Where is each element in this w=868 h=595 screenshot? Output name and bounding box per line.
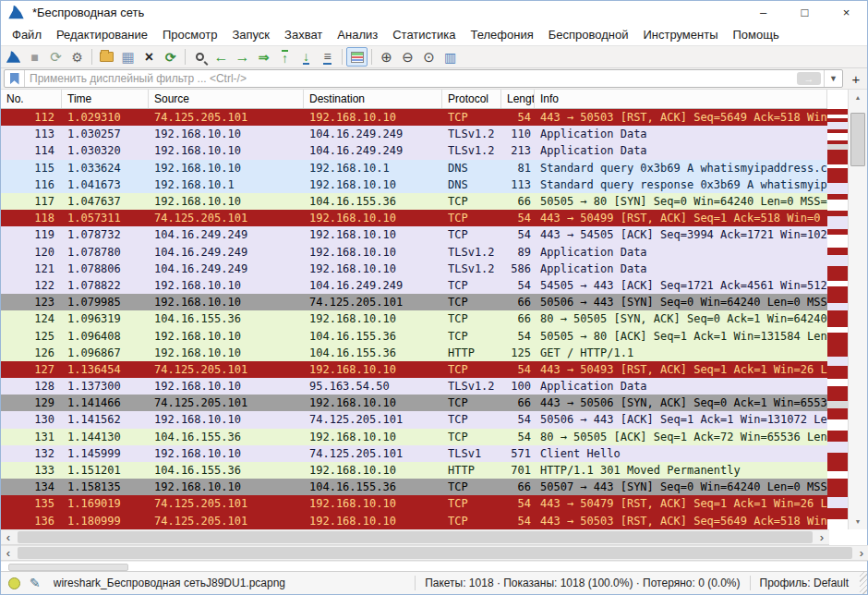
filter-dropdown-caret[interactable]: ▼ xyxy=(824,70,842,87)
menu-item-0[interactable]: Файл xyxy=(5,25,49,44)
menu-item-1[interactable]: Редактирование xyxy=(49,25,155,44)
vertical-scroll-thumb[interactable] xyxy=(850,113,865,166)
scroll-right-arrow-icon[interactable]: › xyxy=(854,546,868,560)
menu-item-9[interactable]: Инструменты xyxy=(635,25,725,44)
packet-row[interactable]: 1341.158135192.168.10.10104.16.155.36TCP… xyxy=(1,479,827,495)
close-file-icon[interactable]: × xyxy=(139,47,160,67)
close-button[interactable]: × xyxy=(826,1,867,23)
menu-item-10[interactable]: Помощь xyxy=(726,25,787,44)
scroll-left-arrow-icon[interactable]: ‹ xyxy=(1,530,16,544)
packet-row[interactable]: 1261.096867192.168.10.10104.16.155.36HTT… xyxy=(1,345,827,361)
vertical-scroll-track[interactable] xyxy=(849,105,867,514)
menu-item-4[interactable]: Захват xyxy=(277,25,330,44)
minimap-stripes[interactable] xyxy=(827,109,848,529)
zoom-original-icon[interactable]: ⊙ xyxy=(418,47,440,67)
capture-options-icon[interactable]: ⚙ xyxy=(66,47,88,67)
cell-dst: 192.168.10.10 xyxy=(304,312,442,325)
menu-item-8[interactable]: Беспроводной xyxy=(541,25,636,44)
autoscroll-icon[interactable]: ≡ xyxy=(317,47,338,67)
minimize-button[interactable]: – xyxy=(742,1,784,23)
zoom-out-icon[interactable]: ⊖ xyxy=(397,47,418,67)
menu-item-2[interactable]: Просмотр xyxy=(155,25,224,44)
column-header-no[interactable]: No. xyxy=(1,90,62,108)
colorize-icon[interactable] xyxy=(346,47,368,67)
scroll-right-arrow-icon[interactable]: › xyxy=(814,530,829,544)
save-file-icon[interactable]: ▦ xyxy=(117,47,139,67)
packet-row[interactable]: 1181.05731174.125.205.101192.168.10.10TC… xyxy=(1,210,827,226)
column-header-info[interactable]: Info xyxy=(535,90,827,108)
find-packet-icon[interactable] xyxy=(189,47,211,67)
vertical-scrollbar[interactable]: ▲ ▼ xyxy=(848,90,867,529)
column-header-length[interactable]: Length xyxy=(501,90,535,108)
packet-row[interactable]: 1201.078780104.16.249.249192.168.10.10TL… xyxy=(1,244,827,261)
open-file-icon[interactable] xyxy=(96,47,117,67)
intelligent-scrollbar[interactable] xyxy=(827,90,848,529)
expert-info-icon[interactable] xyxy=(8,577,20,589)
close-file-icon-glyph: × xyxy=(145,50,153,65)
zoom-in-icon[interactable]: ⊕ xyxy=(376,47,397,67)
scroll-down-arrow-icon[interactable]: ▼ xyxy=(849,514,867,529)
open-file-icon-shape xyxy=(100,52,114,62)
start-capture-icon[interactable] xyxy=(3,47,24,67)
menu-item-3[interactable]: Запуск xyxy=(224,25,277,44)
filter-add-button[interactable]: + xyxy=(848,71,864,87)
packet-row[interactable]: 1301.141562192.168.10.1074.125.205.101TC… xyxy=(1,411,827,428)
cell-info: Standard query 0x3b69 A whatismyipaddres… xyxy=(535,162,827,175)
packet-row[interactable]: 1241.096319104.16.155.36192.168.10.10TCP… xyxy=(1,310,827,327)
packet-row[interactable]: 1311.144130104.16.155.36192.168.10.10TCP… xyxy=(1,429,827,445)
filter-apply-button[interactable]: → xyxy=(797,72,821,85)
packet-row[interactable]: 1161.041673192.168.10.1192.168.10.10DNS1… xyxy=(1,176,827,193)
packet-row[interactable]: 1321.145999192.168.10.1074.125.205.101TL… xyxy=(1,445,827,462)
packet-row[interactable]: 1221.078822192.168.10.10104.16.249.249TC… xyxy=(1,277,827,294)
packet-row[interactable]: 1211.078806104.16.249.249192.168.10.10TL… xyxy=(1,261,827,277)
packet-row[interactable]: 1271.13645474.125.205.101192.168.10.10TC… xyxy=(1,361,827,378)
go-bottom-icon[interactable]: ↓ xyxy=(295,47,317,67)
display-filter-input[interactable]: Применить дисплейный фильтр ... <Ctrl-/>… xyxy=(4,69,843,88)
packet-row[interactable]: 1231.079985192.168.10.1074.125.205.101TC… xyxy=(1,294,827,310)
column-header-time[interactable]: Time xyxy=(62,90,149,108)
column-header-source[interactable]: Source xyxy=(149,90,304,108)
packet-row[interactable]: 1281.137300192.168.10.1095.163.54.50TLSv… xyxy=(1,378,827,395)
cell-proto: TCP xyxy=(442,111,501,124)
horizontal-scroll-thumb[interactable] xyxy=(18,531,813,543)
packet-row[interactable]: 1121.02931074.125.205.101192.168.10.10TC… xyxy=(1,109,827,126)
colorize-icon-shape xyxy=(351,52,364,63)
packet-row[interactable]: 1351.16901974.125.205.101192.168.10.10TC… xyxy=(1,495,827,512)
capture-comment-icon[interactable]: ✎ xyxy=(30,576,41,590)
restart-capture-icon[interactable]: ⟳ xyxy=(45,47,66,67)
go-top-icon[interactable]: ↑ xyxy=(274,47,295,67)
horizontal-scrollbar-1[interactable]: ‹ › xyxy=(1,529,829,545)
horizontal-scroll-thumb[interactable] xyxy=(18,547,852,559)
scroll-left-arrow-icon[interactable]: ‹ xyxy=(1,546,16,560)
stop-capture-icon[interactable]: ■ xyxy=(24,47,45,67)
resize-columns-icon[interactable]: ▥ xyxy=(440,47,461,67)
maximize-button[interactable]: □ xyxy=(784,1,826,23)
packet-row[interactable]: 1331.151201104.16.155.36192.168.10.10HTT… xyxy=(1,462,827,479)
go-forward-icon[interactable]: → xyxy=(232,47,253,67)
column-header-protocol[interactable]: Protocol xyxy=(442,90,501,108)
go-back-icon[interactable]: ← xyxy=(211,47,232,67)
scroll-up-arrow-icon[interactable]: ▲ xyxy=(849,90,867,105)
packet-row[interactable]: 1361.18099974.125.205.101192.168.10.10TC… xyxy=(1,513,827,529)
pane-splitter[interactable] xyxy=(1,561,867,571)
menu-item-7[interactable]: Телефония xyxy=(463,25,540,44)
packet-row[interactable]: 1291.14146674.125.205.101192.168.10.10TC… xyxy=(1,395,827,411)
go-to-packet-icon[interactable]: ⇒ xyxy=(253,47,274,67)
packet-row[interactable]: 1141.030320192.168.10.10104.16.249.249TL… xyxy=(1,142,827,159)
packet-row[interactable]: 1171.047637192.168.10.10104.16.155.36TCP… xyxy=(1,193,827,210)
menu-item-5[interactable]: Анализ xyxy=(330,25,385,44)
packet-row[interactable]: 1131.030257192.168.10.10104.16.249.249TL… xyxy=(1,126,827,142)
packet-counts: Пакеты: 1018 · Показаны: 1018 (100.0%) ·… xyxy=(415,576,749,591)
column-header-destination[interactable]: Destination xyxy=(304,90,442,108)
status-bar: ✎ wireshark_Беспроводная сетьJ89DU1.pcap… xyxy=(1,571,867,594)
packet-row[interactable]: 1191.078732104.16.249.249192.168.10.10TC… xyxy=(1,226,827,243)
resize-grip[interactable] xyxy=(860,572,867,594)
menu-item-6[interactable]: Статистика xyxy=(385,25,463,44)
splitter-handle[interactable] xyxy=(8,564,128,571)
filter-bookmark-button[interactable] xyxy=(5,70,25,87)
packet-row[interactable]: 1251.096408192.168.10.10104.16.155.36TCP… xyxy=(1,327,827,344)
horizontal-scrollbar-2[interactable]: ‹ › xyxy=(1,545,868,561)
packet-row[interactable]: 1151.033624192.168.10.10192.168.10.1DNS8… xyxy=(1,160,827,176)
profile-label[interactable]: Профиль: Default xyxy=(750,576,861,591)
reload-file-icon[interactable]: ⟳ xyxy=(160,47,181,67)
